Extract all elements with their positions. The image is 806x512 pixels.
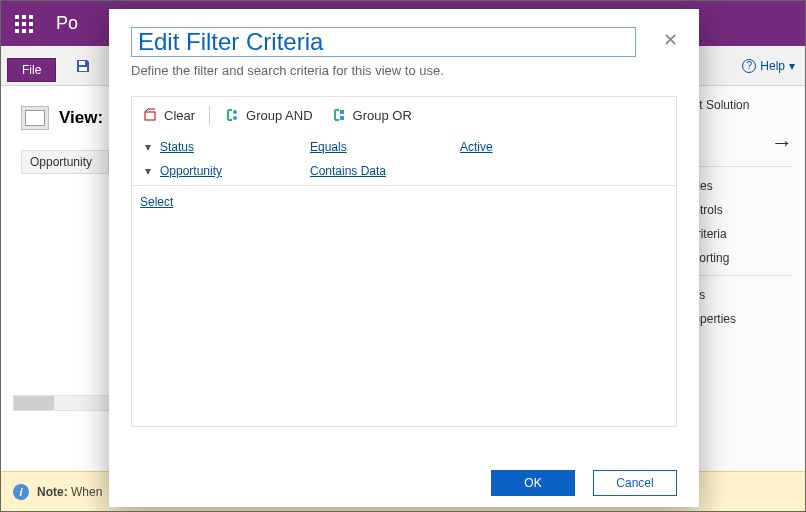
- cancel-button[interactable]: Cancel: [593, 470, 677, 496]
- arrow-right-icon[interactable]: →: [771, 130, 793, 156]
- modal-subtitle: Define the filter and search criteria fo…: [131, 63, 677, 78]
- modal-title[interactable]: Edit Filter Criteria: [131, 27, 636, 57]
- group-or-icon: [331, 107, 347, 123]
- filter-value[interactable]: Active: [460, 140, 668, 154]
- clear-icon: [142, 107, 158, 123]
- help-icon: ?: [742, 59, 756, 73]
- note-prefix: Note:: [37, 485, 68, 499]
- svg-rect-5: [29, 22, 33, 26]
- svg-rect-0: [15, 15, 19, 19]
- svg-rect-10: [79, 67, 87, 71]
- ok-button[interactable]: OK: [491, 470, 575, 496]
- svg-rect-8: [29, 29, 33, 33]
- view-icon: [21, 106, 49, 130]
- filter-field[interactable]: Opportunity: [160, 164, 310, 178]
- select-link[interactable]: Select: [140, 195, 173, 209]
- criteria-box: Clear Group AND Group OR: [131, 96, 677, 427]
- chevron-down-icon: ▾: [789, 59, 795, 73]
- waffle-icon[interactable]: [1, 1, 46, 46]
- criteria-toolbar: Clear Group AND Group OR: [132, 97, 676, 133]
- svg-rect-16: [340, 116, 344, 120]
- close-icon[interactable]: ✕: [659, 29, 681, 51]
- svg-rect-15: [340, 110, 344, 114]
- svg-rect-3: [15, 22, 19, 26]
- grid-column-opportunity[interactable]: Opportunity: [21, 150, 109, 174]
- chevron-down-icon[interactable]: ▾: [142, 164, 154, 178]
- info-icon: i: [13, 484, 29, 500]
- svg-rect-6: [15, 29, 19, 33]
- clear-label: Clear: [164, 108, 195, 123]
- svg-rect-9: [79, 61, 85, 65]
- svg-rect-7: [22, 29, 26, 33]
- note-text: When: [71, 485, 102, 499]
- group-and-icon: [224, 107, 240, 123]
- group-and-button[interactable]: Group AND: [218, 104, 318, 126]
- svg-point-13: [233, 110, 237, 114]
- help-label: Help: [760, 59, 785, 73]
- svg-rect-12: [145, 112, 155, 120]
- group-or-label: Group OR: [353, 108, 412, 123]
- help-menu[interactable]: ? Help ▾: [742, 59, 795, 73]
- file-tab[interactable]: File: [7, 58, 56, 82]
- chevron-down-icon[interactable]: ▾: [142, 140, 154, 154]
- view-label: View:: [59, 108, 103, 128]
- svg-rect-1: [22, 15, 26, 19]
- filter-operator[interactable]: Equals: [310, 140, 460, 154]
- filter-operator[interactable]: Contains Data: [310, 164, 460, 178]
- group-or-button[interactable]: Group OR: [325, 104, 418, 126]
- save-icon[interactable]: [74, 57, 92, 75]
- filter-row: ▾ Status Equals Active: [140, 135, 668, 159]
- svg-rect-4: [22, 22, 26, 26]
- svg-point-14: [233, 116, 237, 120]
- clear-button[interactable]: Clear: [136, 104, 201, 126]
- filter-field[interactable]: Status: [160, 140, 310, 154]
- edit-filter-modal: Edit Filter Criteria Define the filter a…: [109, 9, 699, 507]
- svg-rect-2: [29, 15, 33, 19]
- filter-row: ▾ Opportunity Contains Data: [140, 159, 668, 183]
- group-and-label: Group AND: [246, 108, 312, 123]
- app-title: Po: [56, 13, 78, 34]
